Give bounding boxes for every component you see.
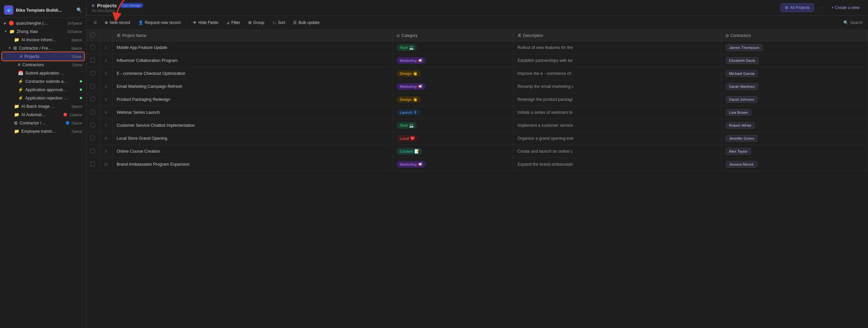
category-badge: Marketing 📢 <box>397 57 426 64</box>
contractor-cell: Lisa Brown <box>721 106 868 119</box>
description-cell: Organize a grand opening eve <box>514 132 721 145</box>
row-checkbox[interactable] <box>90 162 95 166</box>
row-number: 2 <box>99 54 113 67</box>
item-icon: ⚡ <box>18 87 23 92</box>
item-icon: ⊞ <box>13 46 17 51</box>
sidebar-item-contractor2[interactable]: ⊞Contractor / …🔵7piece <box>0 119 86 127</box>
sidebar-item-employee-training[interactable]: 📁Employee trainin…7piece <box>0 127 86 135</box>
row-checkbox[interactable] <box>90 97 95 102</box>
row-checkbox[interactable] <box>90 136 95 140</box>
item-label: Contractors <box>22 62 70 67</box>
row-checkbox-cell[interactable] <box>86 67 99 80</box>
table-row[interactable]: 3 E - commerce Checkout Optimization Des… <box>86 67 868 80</box>
hide-fields-btn[interactable]: 👁 Hide Fields <box>189 19 222 27</box>
table-row[interactable]: 10 Brand Ambassador Program Expansion Ma… <box>86 158 868 171</box>
category-col-label: Category <box>401 33 418 38</box>
row-checkbox-cell[interactable] <box>86 41 99 54</box>
bulk-update-btn[interactable]: ☰ Bulk update <box>290 19 323 27</box>
table-row[interactable]: 8 Local Store Grand Opening Local ❤️ Org… <box>86 132 868 145</box>
category-cell: Local ❤️ <box>393 132 514 145</box>
sidebar-item-application-approval[interactable]: ⚡Application approval… <box>0 85 86 94</box>
row-checkbox[interactable] <box>90 45 95 50</box>
row-checkbox[interactable] <box>90 123 95 128</box>
item-label: AI Batch Image … <box>21 104 69 109</box>
main-content: # Projects Can manage No description ⊞ A… <box>86 0 868 328</box>
sidebar-item-projects[interactable]: #Projects10row <box>2 52 84 60</box>
sidebar-item-ai-invoice[interactable]: 📁AI Invoice Inform…2piece <box>0 35 86 44</box>
row-checkbox-cell[interactable] <box>86 80 99 93</box>
category-cell: Design 👋 <box>393 67 514 80</box>
category-badge: Design 👋 <box>397 96 421 103</box>
filter-btn[interactable]: ⊿ Filter <box>223 19 244 27</box>
description-cell: Establish partnerships with ke <box>514 54 721 67</box>
category-badge: Tech 💻 <box>397 44 417 51</box>
table-row[interactable]: 4 Email Marketing Campaign Refresh Marke… <box>86 80 868 93</box>
sidebar-item-contractors[interactable]: #Contractors10row <box>0 60 86 69</box>
table-row[interactable]: 6 Webinar Series Launch Launch 🎙 Initiat… <box>86 106 868 119</box>
item-count: 10row <box>72 63 82 67</box>
contractor-cell: Alex Taylor <box>721 145 868 158</box>
row-checkbox[interactable] <box>90 110 95 114</box>
global-search-icon[interactable]: 🔍 <box>76 7 82 12</box>
sidebar-item-ai-batch-image[interactable]: 📁AI Batch Image …2piece <box>0 102 86 110</box>
expand-arrow: ▼ <box>4 30 7 33</box>
contractor-cell: Michael Garcia <box>721 67 868 80</box>
table-row[interactable]: 2 Influencer Collaboration Program Marke… <box>86 54 868 67</box>
item-label: Contractor submits a… <box>25 79 78 84</box>
contractors-col-icon: ⧉ <box>726 33 729 38</box>
sidebar-item-quanzhenghe[interactable]: ▶🔴quanzhenghe (…147piece <box>0 19 86 27</box>
item-label: quanzhenghe (… <box>16 21 65 26</box>
sidebar-item-submit-application[interactable]: 📅Submit application … <box>0 69 86 77</box>
project-name-col-label: Project Name <box>122 33 147 38</box>
select-all-header[interactable] <box>86 30 99 41</box>
contractor-cell: David Johnson <box>721 93 868 106</box>
row-checkbox-cell[interactable] <box>86 106 99 119</box>
row-checkbox-cell[interactable] <box>86 93 99 106</box>
sidebar-item-contractor-submits[interactable]: ⚡Contractor submits a… <box>0 77 86 85</box>
item-icon: 🔴 <box>9 21 14 26</box>
permission-badge: Can manage <box>120 3 143 8</box>
row-checkbox[interactable] <box>90 149 95 153</box>
row-checkbox[interactable] <box>90 84 95 88</box>
request-new-record-btn[interactable]: 👤 Request new record <box>135 19 184 27</box>
contractor-cell: Sarah Martinez <box>721 80 868 93</box>
item-icon: 📁 <box>14 129 19 134</box>
table-row[interactable]: 7 Customer Service Chatbot Implementatio… <box>86 119 868 132</box>
contractor-cell: Jessica Moore <box>721 158 868 171</box>
table-container: Æ Project Name ⊙ Category Æ Descri <box>86 30 868 328</box>
contractors-col-label: Contractors <box>731 33 751 38</box>
row-checkbox-cell[interactable] <box>86 158 99 171</box>
create-view-btn[interactable]: + Create a view <box>828 4 863 12</box>
item-dot <box>80 88 82 91</box>
select-all-checkbox[interactable] <box>90 33 95 37</box>
collapse-sidebar-btn[interactable]: ≡ <box>92 18 99 27</box>
row-checkbox-cell[interactable] <box>86 119 99 132</box>
sidebar-item-application-rejection[interactable]: ⚡Application rejection … <box>0 94 86 102</box>
more-views-btn[interactable]: ··· <box>817 4 826 12</box>
row-num-header <box>99 30 113 41</box>
row-checkbox-cell[interactable] <box>86 54 99 67</box>
page-header-block: # Projects Can manage No description <box>92 3 143 12</box>
sidebar-item-ai-automat[interactable]: 📁AI Automat…🔴11piece <box>0 110 86 119</box>
table-row[interactable]: 9 Online Course Creation Content 📝 Creat… <box>86 145 868 158</box>
sort-btn[interactable]: ↑↓ Sort <box>269 19 288 27</box>
group-btn[interactable]: ⊞ Group <box>245 19 268 27</box>
row-checkbox[interactable] <box>90 58 95 62</box>
item-label: Submit application … <box>25 71 82 76</box>
search-area[interactable]: 🔍 Search <box>843 20 863 25</box>
app-icon: 🧢 <box>4 5 13 15</box>
hide-fields-icon: 👁 <box>193 20 197 25</box>
table-row[interactable]: 5 Product Packaging Redesign Design 👋 Re… <box>86 93 868 106</box>
sidebar-item-contractor-fre[interactable]: ▼⊞Contractor / Fre…6piece <box>0 44 86 52</box>
sidebar-item-zhong-xiao[interactable]: ▼📁Zhong Xiao107piece <box>0 27 86 35</box>
topbar-right: ⊞ All Projects ··· + Create a view <box>781 3 863 12</box>
row-checkbox-cell[interactable] <box>86 132 99 145</box>
row-checkbox[interactable] <box>90 71 95 76</box>
description-cell: Initiate a series of webinars to <box>514 106 721 119</box>
new-record-btn[interactable]: ⊕ ⊕ New record New record <box>101 19 133 27</box>
filter-icon: ⊿ <box>226 20 229 25</box>
all-projects-view-btn[interactable]: ⊞ All Projects <box>781 3 814 12</box>
sidebar-items-container: ▶🔴quanzhenghe (…147piece▼📁Zhong Xiao107p… <box>0 19 86 135</box>
row-checkbox-cell[interactable] <box>86 145 99 158</box>
table-row[interactable]: 1 Mobile App Feature Update Tech 💻 Rollo… <box>86 41 868 54</box>
